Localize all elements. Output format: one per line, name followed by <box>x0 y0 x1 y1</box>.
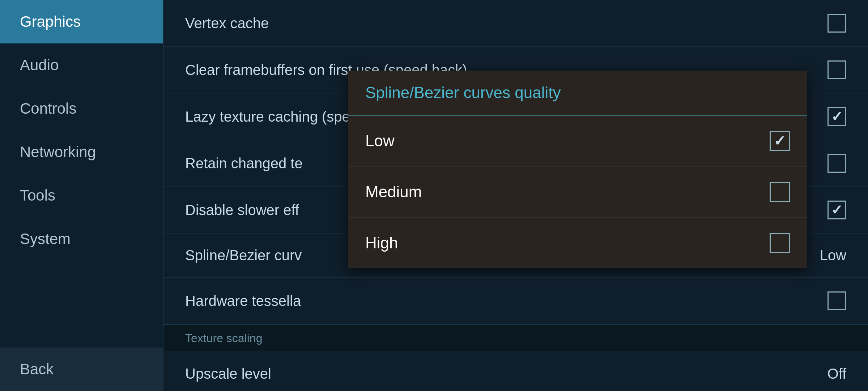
hardware-tessellation-label: Hardware tessellation <box>185 293 324 309</box>
sidebar-item-networking-label: Networking <box>20 143 96 161</box>
sidebar-item-system-label: System <box>20 230 71 248</box>
retain-changed-checkbox[interactable] <box>827 154 846 173</box>
upscale-level-value: Off <box>827 366 846 382</box>
sidebar-item-controls[interactable]: Controls <box>0 87 163 130</box>
setting-vertex-cache[interactable]: Vertex cache <box>163 0 868 47</box>
hardware-tessellation-checkbox[interactable] <box>827 291 846 310</box>
dropdown-option-low[interactable]: Low <box>348 115 807 167</box>
dropdown-option-low-label: Low <box>365 132 395 150</box>
sidebar-item-tools[interactable]: Tools <box>0 174 163 217</box>
texture-scaling-section: Texture scaling <box>163 324 868 352</box>
sidebar-spacer <box>0 261 163 348</box>
sidebar-item-networking[interactable]: Networking <box>0 130 163 174</box>
back-button[interactable]: Back <box>0 348 163 391</box>
back-label: Back <box>20 361 54 378</box>
sidebar-item-controls-label: Controls <box>20 100 76 117</box>
dropdown-option-high[interactable]: High <box>348 218 807 268</box>
setting-hardware-tessellation[interactable]: Hardware tessellation <box>163 278 868 324</box>
vertex-cache-checkbox[interactable] <box>827 14 846 33</box>
retain-changed-label: Retain changed textures <box>185 155 342 172</box>
dropdown-title: Spline/Bezier curves quality <box>348 71 807 115</box>
clear-framebuffers-checkbox[interactable] <box>827 60 846 79</box>
dropdown-option-high-label: High <box>365 234 398 252</box>
app-layout: Graphics Audio Controls Networking Tools… <box>0 0 868 391</box>
lazy-texture-checkbox[interactable] <box>827 107 846 126</box>
setting-upscale-level[interactable]: Upscale level Off <box>163 352 868 391</box>
dropdown-option-low-checkbox <box>770 131 790 151</box>
sidebar-item-audio-label: Audio <box>20 56 59 74</box>
sidebar-item-system[interactable]: System <box>0 217 163 261</box>
sidebar-item-audio[interactable]: Audio <box>0 43 163 87</box>
spline-bezier-dropdown: Spline/Bezier curves quality Low Medium … <box>348 71 807 268</box>
dropdown-option-medium-label: Medium <box>365 183 422 201</box>
texture-scaling-label: Texture scaling <box>185 332 262 345</box>
upscale-level-label: Upscale level <box>185 366 271 382</box>
disable-slower-checkbox[interactable] <box>827 201 846 219</box>
vertex-cache-label: Vertex cache <box>185 15 269 31</box>
spline-bezier-label: Spline/Bezier curves quality <box>185 247 363 264</box>
dropdown-option-high-checkbox <box>770 233 790 253</box>
sidebar: Graphics Audio Controls Networking Tools… <box>0 0 163 391</box>
sidebar-item-graphics-label: Graphics <box>20 13 81 30</box>
dropdown-option-medium-checkbox <box>770 182 790 202</box>
sidebar-item-tools-label: Tools <box>20 187 55 204</box>
main-content: Vertex cache Clear framebuffers on first… <box>163 0 868 391</box>
sidebar-item-graphics[interactable]: Graphics <box>0 0 163 43</box>
dropdown-option-medium[interactable]: Medium <box>348 167 807 218</box>
spline-bezier-value: Low <box>820 247 846 264</box>
